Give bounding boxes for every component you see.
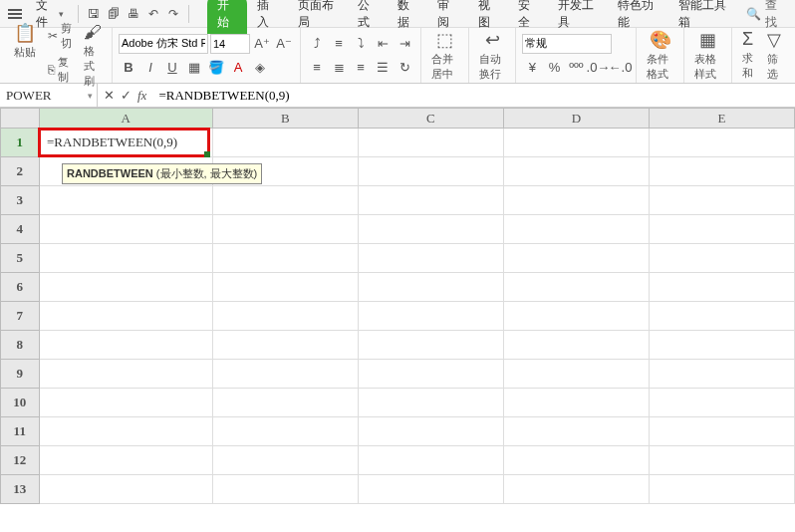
sum-button[interactable]: Σ 求和 bbox=[738, 27, 757, 84]
cancel-formula-icon[interactable]: ✕ bbox=[104, 88, 115, 103]
cell-C9[interactable] bbox=[358, 360, 503, 389]
row-header-6[interactable]: 6 bbox=[1, 273, 40, 302]
cell-E7[interactable] bbox=[649, 302, 794, 331]
cell-C1[interactable] bbox=[358, 129, 503, 157]
fill-color-button[interactable]: 🪣 bbox=[206, 58, 226, 78]
cell-B3[interactable] bbox=[212, 186, 358, 215]
align-right-button[interactable]: ≡ bbox=[351, 58, 371, 78]
cell-B10[interactable] bbox=[212, 389, 358, 417]
formula-input[interactable] bbox=[152, 84, 795, 107]
font-color-button[interactable]: A bbox=[228, 58, 248, 78]
cell-D3[interactable] bbox=[503, 186, 649, 215]
align-center-button[interactable]: ≣ bbox=[329, 58, 349, 78]
thousands-button[interactable]: ººº bbox=[566, 58, 586, 78]
row-header-7[interactable]: 7 bbox=[1, 302, 40, 331]
cell-D9[interactable] bbox=[503, 360, 649, 389]
select-all-corner[interactable] bbox=[1, 109, 40, 129]
cell-B6[interactable] bbox=[212, 273, 358, 302]
increase-decimal-button[interactable]: .0→ bbox=[588, 58, 608, 78]
cell-E3[interactable] bbox=[649, 186, 794, 215]
row-header-3[interactable]: 3 bbox=[1, 186, 40, 215]
col-header-E[interactable]: E bbox=[649, 109, 794, 129]
cell-B13[interactable] bbox=[212, 475, 358, 504]
cell-A9[interactable] bbox=[39, 360, 212, 389]
cell-D10[interactable] bbox=[503, 389, 649, 417]
cell-D8[interactable] bbox=[503, 331, 649, 360]
increase-indent-button[interactable]: ⇥ bbox=[395, 34, 414, 54]
clear-format-button[interactable]: ◈ bbox=[250, 58, 270, 78]
decrease-decimal-button[interactable]: ←.0 bbox=[610, 58, 630, 78]
col-header-D[interactable]: D bbox=[503, 109, 649, 129]
cell-E12[interactable] bbox=[649, 446, 794, 475]
print-icon[interactable]: 🖶 bbox=[125, 4, 142, 24]
name-box[interactable]: POWER bbox=[0, 84, 98, 107]
cell-B5[interactable] bbox=[212, 244, 358, 273]
conditional-format-button[interactable]: 🎨 条件格式 bbox=[643, 27, 677, 84]
cell-A13[interactable] bbox=[39, 475, 212, 504]
row-header-8[interactable]: 8 bbox=[1, 331, 40, 360]
cell-A10[interactable] bbox=[39, 389, 212, 417]
borders-button[interactable]: ▦ bbox=[184, 58, 204, 78]
cell-E1[interactable] bbox=[649, 129, 794, 157]
cell-C13[interactable] bbox=[358, 475, 503, 504]
orientation-button[interactable]: ↻ bbox=[395, 58, 414, 78]
cell-C2[interactable] bbox=[358, 157, 503, 186]
cell-D7[interactable] bbox=[503, 302, 649, 331]
cell-C4[interactable] bbox=[358, 215, 503, 244]
merge-center-button[interactable]: ⬚ 合并居中 bbox=[427, 27, 462, 84]
cell-A8[interactable] bbox=[39, 331, 212, 360]
print-preview-icon[interactable]: 🗐 bbox=[105, 4, 123, 24]
wrap-text-button[interactable]: ↩ 自动换行 bbox=[475, 27, 510, 84]
cell-A3[interactable] bbox=[39, 186, 212, 215]
font-size-select[interactable] bbox=[210, 34, 250, 54]
cell-D5[interactable] bbox=[503, 244, 649, 273]
cell-E13[interactable] bbox=[649, 475, 794, 504]
cell-C8[interactable] bbox=[358, 331, 503, 360]
cell-A6[interactable] bbox=[39, 273, 212, 302]
percent-button[interactable]: % bbox=[544, 58, 564, 78]
cell-C6[interactable] bbox=[358, 273, 503, 302]
copy-button[interactable]: ⎘复制 bbox=[46, 54, 74, 86]
cell-A7[interactable] bbox=[39, 302, 212, 331]
decrease-indent-button[interactable]: ⇤ bbox=[373, 34, 393, 54]
cell-D11[interactable] bbox=[503, 417, 649, 446]
fx-icon[interactable]: fx bbox=[137, 88, 146, 104]
row-header-13[interactable]: 13 bbox=[1, 475, 40, 504]
cell-B7[interactable] bbox=[212, 302, 358, 331]
cell-E5[interactable] bbox=[649, 244, 794, 273]
paste-button[interactable]: 📋 粘贴 bbox=[10, 20, 40, 91]
distribute-button[interactable]: ☰ bbox=[373, 58, 393, 78]
table-style-button[interactable]: ▦ 表格样式 bbox=[690, 27, 725, 84]
align-bottom-button[interactable]: ⤵ bbox=[351, 34, 371, 54]
col-header-B[interactable]: B bbox=[212, 109, 358, 129]
row-header-2[interactable]: 2 bbox=[1, 157, 40, 186]
number-format-select[interactable] bbox=[522, 34, 612, 54]
cell-C11[interactable] bbox=[358, 417, 503, 446]
decrease-font-icon[interactable]: A⁻ bbox=[274, 34, 294, 54]
cell-E11[interactable] bbox=[649, 417, 794, 446]
format-painter-button[interactable]: 🖌 格式刷 bbox=[80, 20, 106, 91]
row-header-11[interactable]: 11 bbox=[1, 417, 40, 446]
cell-C12[interactable] bbox=[358, 446, 503, 475]
redo-icon[interactable]: ↷ bbox=[164, 4, 182, 24]
cell-B9[interactable] bbox=[212, 360, 358, 389]
cell-B4[interactable] bbox=[212, 215, 358, 244]
cell-D1[interactable] bbox=[503, 129, 649, 157]
cell-B8[interactable] bbox=[212, 331, 358, 360]
align-top-button[interactable]: ⤴ bbox=[307, 34, 327, 54]
accept-formula-icon[interactable]: ✓ bbox=[121, 88, 132, 103]
cell-A5[interactable] bbox=[39, 244, 212, 273]
cell-D2[interactable] bbox=[503, 157, 649, 186]
col-header-C[interactable]: C bbox=[358, 109, 503, 129]
increase-font-icon[interactable]: A⁺ bbox=[252, 34, 272, 54]
cell-B1[interactable] bbox=[212, 129, 358, 157]
row-header-12[interactable]: 12 bbox=[1, 446, 40, 475]
cell-B12[interactable] bbox=[212, 446, 358, 475]
row-header-9[interactable]: 9 bbox=[1, 360, 40, 389]
underline-button[interactable]: U bbox=[162, 58, 182, 78]
col-header-A[interactable]: A bbox=[39, 109, 212, 129]
cell-C10[interactable] bbox=[358, 389, 503, 417]
italic-button[interactable]: I bbox=[140, 58, 160, 78]
cell-A11[interactable] bbox=[39, 417, 212, 446]
cut-button[interactable]: ✂剪切 bbox=[46, 20, 74, 52]
